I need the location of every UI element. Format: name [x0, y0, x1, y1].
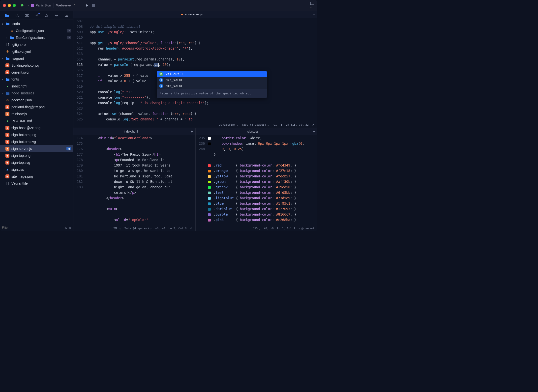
- html-statusbar: HTML ⌄ Tabs (4 spaces) ⌄ +0, -0 Ln 3, Co…: [109, 226, 195, 231]
- css-editor[interactable]: 235236248 border-color: white; box-shado…: [196, 135, 318, 231]
- format-tab-icon[interactable]: [24, 13, 30, 18]
- tree-item-sign-server-js[interactable]: ✦sign-server.jsM: [0, 145, 73, 152]
- language-selector[interactable]: JavaScript ⌄: [219, 122, 238, 128]
- main-editor[interactable]: 5075085095105115125135145155165175185195…: [73, 18, 317, 128]
- stop-button[interactable]: [92, 4, 95, 7]
- tree-item-building-photo-jpg[interactable]: ◉Building-photo.jpg: [0, 62, 73, 69]
- css-pane: sign.css + 235236248 border-color: white…: [195, 128, 318, 231]
- tree-item--vagrant[interactable]: ›.vagrant: [0, 55, 73, 62]
- app-icon: [20, 3, 24, 7]
- target-selector[interactable]: Webserver ⌃: [56, 3, 78, 7]
- cursor-position: Ln 515, Col 32: [286, 122, 309, 128]
- tree-item-readme-md[interactable]: ●README.md: [0, 117, 73, 124]
- tree-item-sign-bottom-svg[interactable]: ◉sign-bottom.svg: [0, 138, 73, 145]
- autocomplete-item[interactable]: kMAX_VALUE: [157, 77, 267, 83]
- autocomplete-item[interactable]: kMIN_VALUE: [157, 83, 267, 89]
- indent-selector[interactable]: Tabs (4 spaces) ⌄: [242, 122, 269, 128]
- modified-dot-icon: [181, 14, 183, 15]
- tree-item-fonts[interactable]: ›fonts: [0, 76, 73, 83]
- new-tab-button[interactable]: +: [310, 12, 317, 17]
- html-tabbar: index.html +: [73, 128, 195, 135]
- sidebar: ✳ ⚠ ☁ ▾.coda⚙Configuration.json?›RunConf…: [0, 11, 73, 231]
- files-tab-icon[interactable]: [4, 13, 10, 18]
- tree-item-siteimage-png[interactable]: ◉siteimage.png: [0, 173, 73, 180]
- tree-item-sign-top-png[interactable]: ◉sign-top.png: [0, 152, 73, 159]
- tree-item-index-html[interactable]: ●index.html: [0, 83, 73, 90]
- tree-item-runconfigurations[interactable]: ›RunConfigurations?: [0, 34, 73, 41]
- svg-rect-2: [310, 2, 313, 5]
- maximize-window-button[interactable]: [13, 4, 16, 7]
- tab-sign-css[interactable]: sign.css: [196, 128, 311, 135]
- autocomplete-item[interactable]: mvalueOf(): [157, 71, 267, 77]
- close-window-button[interactable]: [3, 4, 6, 7]
- tree-item-current-svg[interactable]: ◉current.svg: [0, 69, 73, 76]
- file-tree: ▾.coda⚙Configuration.json?›RunConfigurat…: [0, 20, 73, 224]
- autocomplete-popup: mvalueOf()kMAX_VALUEkMIN_VALUEReturns th…: [157, 71, 267, 98]
- main-statusbar: JavaScript ⌄ Tabs (4 spaces) ⌄ +1, -3 Ln…: [216, 122, 317, 128]
- language-selector[interactable]: HTML ⌄: [112, 226, 121, 231]
- minimize-window-button[interactable]: [8, 4, 11, 7]
- snippets-tab-icon[interactable]: ✳: [34, 12, 39, 18]
- html-pane: index.html + 174175176177178179180181182…: [73, 128, 195, 231]
- run-button[interactable]: [86, 4, 89, 7]
- editor-area: sign-server.js + 50750850951051151251351…: [73, 11, 317, 231]
- tree-item-sign-css[interactable]: ▲sign.css: [0, 166, 73, 173]
- main-tabbar: sign-server.js +: [73, 11, 317, 18]
- css-statusbar: CSS ⌄ +0, -0 Ln 1, Col 1 ≡ @charset: [250, 226, 317, 231]
- tree-item-sign-base-2x-png[interactable]: ◉sign-base@2x.png: [0, 124, 73, 131]
- new-tab-button-css[interactable]: +: [310, 129, 317, 134]
- tree-item--coda[interactable]: ▾.coda: [0, 20, 73, 27]
- svg-line-5: [18, 16, 19, 17]
- filter-input[interactable]: [2, 226, 63, 229]
- tree-item--gitlab-ci-yml[interactable]: ⚙.gitlab-ci.yml: [0, 48, 73, 55]
- tree-item-vagrantfile[interactable]: Vagrantfile: [0, 180, 73, 187]
- tree-item-sign-bottom-png[interactable]: ◉sign-bottom.png: [0, 131, 73, 138]
- filter-row: ⊙ ◈: [0, 224, 73, 231]
- language-selector[interactable]: CSS ⌄: [253, 226, 260, 231]
- expand-icon[interactable]: ⤢: [190, 226, 192, 231]
- indent-selector[interactable]: Tabs (4 spaces) ⌄: [124, 226, 152, 231]
- tree-item-sign-top-svg[interactable]: ◉sign-top.svg: [0, 159, 73, 166]
- svg-rect-3: [313, 2, 314, 5]
- svg-point-11: [56, 16, 57, 17]
- svg-point-9: [55, 14, 56, 15]
- titlebar: › Panic Sign Webserver ⌃ ▾: [0, 0, 317, 11]
- tree-item-configuration-json[interactable]: ⚙Configuration.json?: [0, 27, 73, 34]
- svg-point-4: [16, 14, 18, 16]
- tree-item--gitignore[interactable]: .gitignore: [0, 41, 73, 48]
- tree-item-rainbow-js[interactable]: ✦rainbow.js: [0, 111, 73, 117]
- layout-button[interactable]: ▾: [310, 2, 314, 9]
- expand-icon[interactable]: ⤢: [312, 122, 314, 128]
- html-editor[interactable]: 174175176177178179180181182183 <div id="…: [73, 135, 195, 231]
- git-tab-icon[interactable]: [54, 13, 59, 18]
- sidebar-toolbar: ✳ ⚠ ☁: [0, 11, 73, 20]
- svg-rect-0: [31, 4, 34, 7]
- tree-item-package-json[interactable]: ⚙package.json: [0, 97, 73, 104]
- tree-item-node-modules[interactable]: ›node_modules: [0, 90, 73, 97]
- svg-point-10: [57, 14, 58, 15]
- window-controls: [3, 4, 16, 7]
- issues-tab-icon[interactable]: ⚠: [44, 12, 49, 18]
- charset-indicator: ≡ @charset: [299, 226, 314, 231]
- project-selector[interactable]: Panic Sign: [31, 3, 51, 7]
- svg-rect-1: [92, 4, 95, 7]
- tree-item-portland-flag-2x-png[interactable]: ◉portland-flag@2x.png: [0, 104, 73, 111]
- split-bottom: index.html + 174175176177178179180181182…: [73, 128, 317, 231]
- search-tab-icon[interactable]: [14, 13, 20, 18]
- tab-index-html[interactable]: index.html: [73, 128, 188, 135]
- filter-settings-icon[interactable]: ⊙: [65, 226, 67, 229]
- tab-sign-server[interactable]: sign-server.js: [73, 11, 310, 18]
- cloud-tab-icon[interactable]: ☁: [64, 12, 69, 18]
- css-tabbar: sign.css +: [196, 128, 318, 135]
- autocomplete-hint: Returns the primitive value of the speci…: [157, 89, 267, 98]
- chevron-icon: ›: [28, 4, 29, 7]
- new-tab-button-html[interactable]: +: [188, 129, 195, 134]
- filter-recent-icon[interactable]: ◈: [69, 226, 71, 229]
- diff-indicator: +1, -3: [272, 122, 282, 128]
